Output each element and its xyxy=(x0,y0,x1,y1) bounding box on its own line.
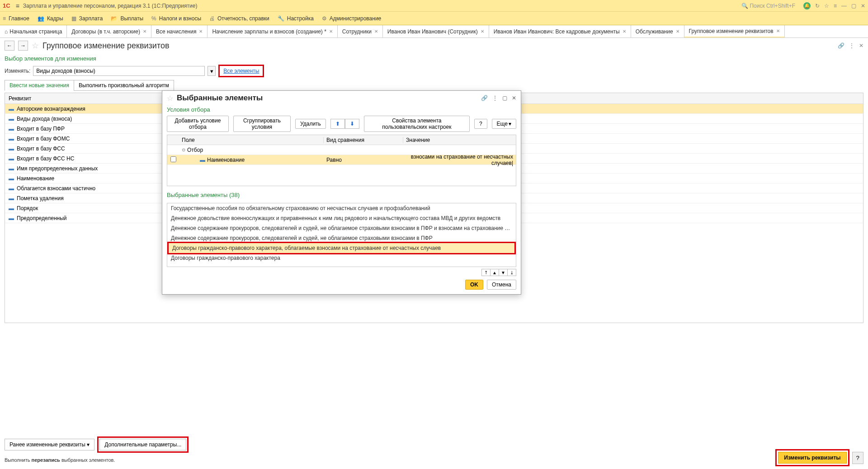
close-icon[interactable]: ✕ xyxy=(199,29,203,34)
hamburger-icon[interactable]: ≡ xyxy=(16,2,19,9)
bottom-bar: Ранее измененные реквизиты ▾ Дополнитель… xyxy=(5,436,863,453)
element-props-button[interactable]: Свойства элемента пользовательских настр… xyxy=(364,116,470,132)
menu-settings[interactable]: 🔧Настройка xyxy=(278,15,314,22)
tab-group-change[interactable]: Групповое изменение реквизитов✕ xyxy=(684,25,785,38)
tabs-bar: ⌂Начальная страница Договоры (в т.ч. авт… xyxy=(0,25,868,38)
menubar: ≡Главное 👥Кадры ▦Зарплата 📂Выплаты %Нало… xyxy=(0,12,868,25)
list-item[interactable]: Государственные пособия по обязательному… xyxy=(167,203,516,213)
list-bottom-button[interactable]: ⤓ xyxy=(507,269,516,276)
app-logo: 1C xyxy=(3,2,10,9)
close-icon[interactable]: ✕ xyxy=(374,29,378,34)
page-title: Групповое изменение реквизитов xyxy=(42,41,170,51)
move-down-button[interactable]: ⬇ xyxy=(345,119,359,129)
item-icon: ▬ xyxy=(9,205,14,211)
link-icon[interactable]: 🔗 xyxy=(838,42,844,49)
menu-taxes[interactable]: %Налоги и взносы xyxy=(151,15,201,22)
execute-highlight: Изменить реквизиты xyxy=(775,449,849,466)
tab-contracts[interactable]: Договоры (в т.ч. авторские)✕ xyxy=(67,25,151,38)
cancel-button[interactable]: Отмена xyxy=(487,280,516,290)
tab-employee-ivanov[interactable]: Иванов Иван Иванович (Сотрудник)✕ xyxy=(383,25,489,38)
bell-icon[interactable]: 🔔 xyxy=(803,2,811,9)
change-input[interactable] xyxy=(33,66,205,76)
menu-payments[interactable]: 📂Выплаты xyxy=(111,15,143,22)
minimize-icon[interactable]: — xyxy=(841,3,847,9)
close-icon[interactable]: ✕ xyxy=(623,29,626,34)
filter-condition-row[interactable]: ▬ Наименование Равно взносами на страхов… xyxy=(167,155,516,165)
close-icon[interactable]: ✕ xyxy=(861,3,865,9)
tab-home[interactable]: ⌂Начальная страница xyxy=(0,25,67,38)
menu-cadres[interactable]: 👥Кадры xyxy=(38,15,63,22)
favorite-star-icon[interactable]: ☆ xyxy=(32,41,39,51)
all-elements-link[interactable]: Все элементы xyxy=(223,68,259,74)
condition-value-input[interactable]: взносами на страхование от несчастных сл… xyxy=(411,154,513,166)
list-item[interactable]: Денежное содержание прокуроров, следоват… xyxy=(167,223,516,233)
star-icon[interactable]: ☆ xyxy=(824,3,829,9)
page-close-icon[interactable]: ✕ xyxy=(859,42,863,49)
item-icon: ▬ xyxy=(9,165,14,172)
mode-tab-new-values[interactable]: Ввести новые значения xyxy=(5,80,74,91)
close-icon[interactable]: ✕ xyxy=(329,29,333,34)
maximize-icon[interactable]: ▢ xyxy=(502,95,507,101)
col-value[interactable]: Значение xyxy=(403,137,516,143)
tab-service[interactable]: Обслуживание✕ xyxy=(631,25,684,38)
tab-accrual-create[interactable]: Начисление зарплаты и взносов (создание)… xyxy=(208,25,337,38)
list-top-button[interactable]: ⤒ xyxy=(481,269,491,276)
menu-reports[interactable]: 🖨Отчетность, справки xyxy=(209,15,269,22)
additional-params-highlight: Дополнительные параметры... xyxy=(97,436,189,453)
favorite-star-icon[interactable]: ☆ xyxy=(167,94,173,103)
col-compare[interactable]: Вид сравнения xyxy=(324,137,403,143)
item-icon: ▬ xyxy=(9,136,14,142)
kebab-icon[interactable]: ⋮ xyxy=(849,42,854,49)
maximize-icon[interactable]: ▢ xyxy=(851,3,856,9)
nav-back-button[interactable]: ← xyxy=(5,41,14,51)
history-icon[interactable]: ↻ xyxy=(815,3,820,9)
item-icon: ▬ xyxy=(9,116,14,122)
list-up-button[interactable]: ▲ xyxy=(490,269,499,276)
nav-forward-button[interactable]: → xyxy=(18,41,28,51)
close-icon[interactable]: ✕ xyxy=(776,28,780,33)
item-icon: ▬ xyxy=(9,215,14,221)
prev-changed-button[interactable]: Ранее измененные реквизиты ▾ xyxy=(5,439,94,450)
menu-main[interactable]: ≡Главное xyxy=(3,15,29,22)
toolbar-help-button[interactable]: ? xyxy=(474,119,487,129)
change-dropdown-button[interactable]: ▾ xyxy=(208,66,216,76)
col-field[interactable]: Поле xyxy=(179,137,324,143)
selection-header: Выбор элементов для изменения xyxy=(0,53,868,64)
delete-button[interactable]: Удалить xyxy=(295,119,326,129)
item-icon: ▬ xyxy=(9,195,14,202)
dialog-toolbar: Добавить условие отбора Сгруппировать ус… xyxy=(162,116,521,135)
close-icon[interactable]: ✕ xyxy=(481,29,484,34)
item-icon: ▬ xyxy=(9,126,14,132)
tab-all-accruals[interactable]: Все начисления✕ xyxy=(151,25,208,38)
help-button[interactable]: ? xyxy=(852,452,863,464)
additional-params-button[interactable]: Дополнительные параметры... xyxy=(99,439,186,450)
close-icon[interactable]: ✕ xyxy=(512,95,516,101)
tab-ivanov-docs[interactable]: Иванов Иван Иванович: Все кадровые докум… xyxy=(489,25,631,38)
group-conditions-button[interactable]: Сгруппировать условия xyxy=(233,116,291,132)
list-down-button[interactable]: ▼ xyxy=(499,269,508,276)
field-icon: ▬ xyxy=(200,157,205,163)
mode-tab-algorithm[interactable]: Выполнить произвольный алгоритм xyxy=(74,80,174,91)
kebab-icon[interactable]: ⋮ xyxy=(492,95,498,101)
menu-salary[interactable]: ▦Зарплата xyxy=(71,15,103,22)
list-item[interactable]: Договоры гражданско-правового характера xyxy=(167,253,516,263)
global-search[interactable]: 🔍 Поиск Ctrl+Shift+F xyxy=(741,3,795,9)
item-icon: ▬ xyxy=(9,155,14,162)
move-up-button[interactable]: ⬆ xyxy=(330,119,345,129)
condition-checkbox[interactable] xyxy=(170,156,176,162)
close-icon[interactable]: ✕ xyxy=(143,29,146,34)
more-button[interactable]: Еще ▾ xyxy=(492,119,516,129)
add-condition-button[interactable]: Добавить условие отбора xyxy=(167,116,229,132)
collapse-icon[interactable]: ⊖ xyxy=(182,147,185,152)
list-item[interactable]: Договоры гражданско-правового характера,… xyxy=(169,243,514,253)
tab-employees[interactable]: Сотрудники✕ xyxy=(338,25,383,38)
menu-admin[interactable]: ⚙Администрирование xyxy=(322,15,381,22)
dialog-header: ☆ Выбранные элементы 🔗 ⋮ ▢ ✕ xyxy=(162,91,521,105)
menu-icon[interactable]: ≡ xyxy=(834,3,837,9)
ok-button[interactable]: OK xyxy=(465,280,483,290)
execute-button[interactable]: Изменить реквизиты xyxy=(778,452,846,464)
link-icon[interactable]: 🔗 xyxy=(481,95,488,101)
list-item[interactable]: Денежное довольствие военнослужащих и пр… xyxy=(167,213,516,223)
titlebar: 1C ≡ Зарплата и управление персоналом, р… xyxy=(0,0,868,12)
close-icon[interactable]: ✕ xyxy=(676,29,679,34)
